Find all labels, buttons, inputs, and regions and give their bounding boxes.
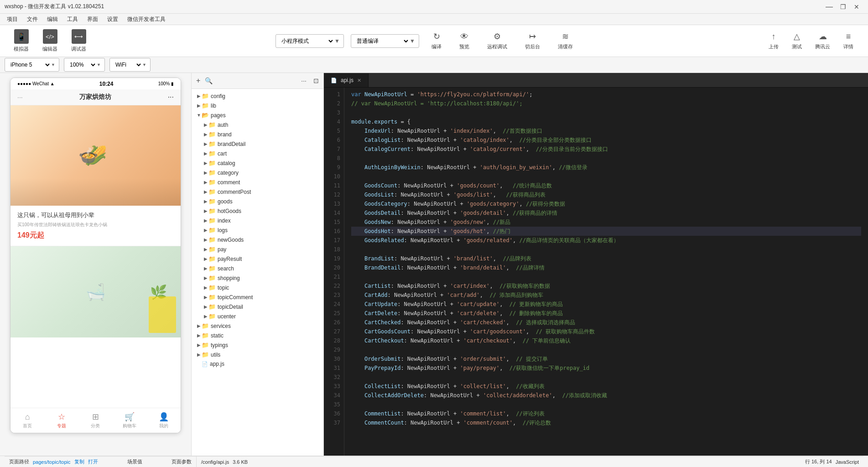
zoom-selector[interactable]: 100% ▼: [64, 58, 105, 72]
minimize-button[interactable]: —: [822, 2, 836, 11]
list-item[interactable]: ▶ 📁 logs: [192, 225, 323, 235]
list-item[interactable]: ▶ 📁 config: [192, 91, 323, 101]
menubar: 项目 文件 编辑 工具 界面 设置 微信开发者工具: [0, 14, 868, 25]
upload-button[interactable]: ↑ 上传: [763, 30, 784, 52]
tree-menu-button[interactable]: ···: [301, 77, 307, 84]
backend-button[interactable]: ↦ 切后台: [520, 29, 546, 52]
network-selector[interactable]: WiFi ▼: [109, 58, 151, 72]
cloud-button[interactable]: ☁ 腾讯云: [810, 29, 836, 52]
list-item[interactable]: ▶ 📁 newGoods: [192, 235, 323, 244]
arrow-icon: ▼: [196, 113, 202, 118]
list-item[interactable]: ▶ 📄 app.js: [192, 359, 323, 368]
detail-button[interactable]: ≡ 详情: [838, 30, 859, 52]
copy-path-button[interactable]: 复制: [74, 458, 84, 465]
list-item[interactable]: ▶ 📁 search: [192, 264, 323, 273]
folder-icon: 📁: [208, 131, 216, 138]
menu-devtools[interactable]: 微信开发者工具: [123, 14, 170, 25]
clear-cache-icon: ≋: [562, 31, 569, 42]
list-item[interactable]: ▶ 📁 lib: [192, 101, 323, 110]
folder-icon: 📁: [208, 236, 216, 243]
list-item[interactable]: ▶ 📁 pay: [192, 244, 323, 254]
list-item[interactable]: ▶ 📁 ucenter: [192, 311, 323, 321]
list-item[interactable]: ▶ 📁 brand: [192, 130, 323, 139]
zoom-select-input[interactable]: 100%: [68, 61, 97, 68]
menu-interface[interactable]: 界面: [83, 14, 103, 25]
device-selector[interactable]: iPhone 5 iPhone 6 ▼: [5, 58, 59, 72]
phone-content: 🌽 🍲 这只锅，可以从祖母用到小辈 买100年传世法郎铸铁锅送珐琅色卡龙色小锅 …: [10, 105, 181, 409]
close-button[interactable]: ✕: [850, 2, 863, 11]
mode-selector[interactable]: 小程序模式 ▼: [275, 34, 344, 48]
device-select-input[interactable]: iPhone 5 iPhone 6: [9, 61, 51, 68]
folder-icon: 📁: [202, 322, 209, 329]
menu-file[interactable]: 文件: [22, 14, 42, 25]
list-item[interactable]: ▶ 📁 index: [192, 216, 323, 225]
list-item[interactable]: ▶ 📁 topicComment: [192, 292, 323, 302]
tab-profile[interactable]: 👤 我的: [146, 412, 181, 429]
phone-status-bar: ●●●●● WeChat ▲ 10:24 100% ▮: [10, 78, 181, 89]
tab-category[interactable]: ⊞ 分类: [78, 412, 113, 429]
category-label: 分类: [91, 423, 100, 429]
close-tab-button[interactable]: ✕: [357, 78, 361, 83]
tab-api-js[interactable]: 📄 api.js ✕: [324, 73, 369, 87]
backend-icon: ↦: [529, 31, 536, 42]
network-select-input[interactable]: WiFi: [114, 61, 142, 68]
folder-icon: 📁: [208, 198, 216, 205]
menu-settings[interactable]: 设置: [103, 14, 123, 25]
list-item[interactable]: ▶ 📁 payResult: [192, 254, 323, 264]
add-file-button[interactable]: +: [196, 77, 200, 85]
tab-topics[interactable]: ☆ 专题: [45, 412, 79, 429]
menu-edit[interactable]: 编辑: [42, 14, 62, 25]
list-item[interactable]: ▶ 📁 hotGoods: [192, 206, 323, 216]
upload-icon: ↑: [772, 32, 776, 42]
zoom-dropdown-icon: ▼: [97, 62, 101, 67]
list-item[interactable]: ▶ 📁 brandDetail: [192, 139, 323, 149]
code-area[interactable]: var NewApiRootUrl = 'https://fly2you.cn/…: [344, 88, 868, 456]
refresh-button[interactable]: ↻ 编译: [426, 29, 447, 52]
more-icon[interactable]: ···: [168, 93, 174, 101]
list-item[interactable]: ▶ 📁 topic: [192, 283, 323, 292]
list-item[interactable]: ▶ 📁 commentPost: [192, 187, 323, 197]
test-button[interactable]: △ 测试: [786, 29, 807, 52]
remote-debug-icon: ⚙: [494, 31, 501, 42]
compile-dropdown-icon: ▼: [410, 38, 415, 44]
list-item[interactable]: ▶ 📁 catalog: [192, 158, 323, 168]
debugger-button[interactable]: ⟷ 调试器: [67, 27, 91, 55]
mode-select-input[interactable]: 小程序模式: [280, 37, 334, 45]
compile-select-input[interactable]: 普通编译: [355, 37, 410, 45]
arrow-icon: ▶: [203, 314, 208, 319]
menu-tools[interactable]: 工具: [62, 14, 83, 25]
item-label: goods: [218, 198, 233, 205]
tab-home[interactable]: ⌂ 首页: [10, 412, 45, 429]
list-item[interactable]: ▶ 📁 topicDetail: [192, 302, 323, 311]
menu-project[interactable]: 项目: [2, 14, 22, 25]
list-item[interactable]: ▶ 📁 cart: [192, 149, 323, 158]
list-item[interactable]: ▶ 📁 utils: [192, 350, 323, 359]
list-item[interactable]: ▶ 📁 shopping: [192, 273, 323, 283]
list-item[interactable]: ▶ 📁 category: [192, 168, 323, 177]
list-item[interactable]: ▶ 📁 typings: [192, 340, 323, 350]
tree-layout-button[interactable]: ⊡: [313, 77, 319, 84]
open-path-button[interactable]: 打开: [88, 458, 98, 465]
profile-label: 我的: [159, 423, 168, 429]
clear-cache-button[interactable]: ≋ 清缓存: [552, 29, 578, 52]
list-item[interactable]: ▶ 📁 static: [192, 331, 323, 340]
list-item[interactable]: ▶ 📁 services: [192, 321, 323, 331]
list-item[interactable]: ▼ 📂 pages: [192, 110, 323, 120]
preview-button[interactable]: 👁 预览: [454, 30, 475, 52]
folder-icon: 📁: [208, 246, 216, 253]
compile-selector[interactable]: 普通编译 ▼: [351, 34, 419, 48]
list-item[interactable]: ▶ 📁 auth: [192, 120, 323, 130]
tab-cart[interactable]: 🛒 购物车: [113, 412, 147, 429]
folder-icon: 📁: [202, 93, 209, 99]
line-numbers: 12345 678910 1112131415 1617181920 21222…: [324, 88, 344, 456]
item-label: topicDetail: [218, 304, 243, 310]
search-tree-button[interactable]: 🔍: [205, 77, 213, 84]
simulator-button[interactable]: 📱 模拟器: [9, 27, 33, 55]
editor-button[interactable]: </> 编辑器: [38, 27, 62, 55]
product-subtitle: 买100年传世法郎铸铁锅送珐琅色卡龙色小锅: [17, 222, 174, 228]
remote-debug-button[interactable]: ⚙ 远程调试: [482, 29, 513, 52]
folder-icon: 📁: [208, 150, 216, 157]
list-item[interactable]: ▶ 📁 goods: [192, 197, 323, 206]
maximize-button[interactable]: ❐: [836, 2, 850, 11]
list-item[interactable]: ▶ 📁 comment: [192, 177, 323, 187]
